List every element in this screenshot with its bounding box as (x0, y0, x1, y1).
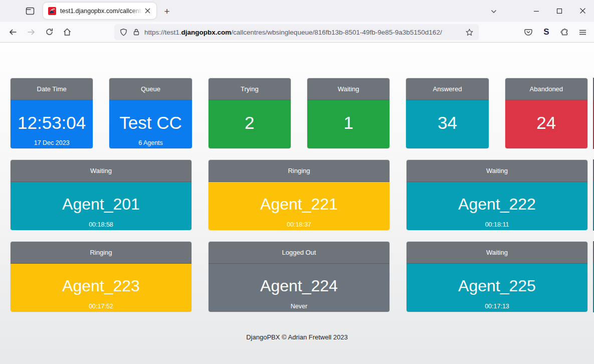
agent-timer: 00:18:37 (209, 221, 389, 228)
stat-value: 2 (245, 113, 254, 137)
maximize-icon[interactable] (548, 0, 571, 22)
new-tab-icon[interactable]: + (160, 5, 173, 18)
stat-card-abandoned: Abandoned 24 (505, 78, 588, 149)
wallboard-page: Date Time 12:53:04 17 Dec 2023 Queue Tes… (0, 43, 594, 364)
agent-status: Waiting (407, 242, 587, 264)
agent-name: Agent_223 (62, 277, 140, 299)
window-controls (525, 0, 594, 22)
agent-card-221: Ringing Agent_221 00:18:37 (208, 159, 390, 231)
stat-label: Trying (209, 78, 291, 100)
favicon-djangopbx (48, 7, 56, 15)
shield-icon[interactable] (119, 28, 128, 37)
stat-sub: 17 Dec 2023 (11, 139, 93, 146)
agent-name: Agent_221 (260, 195, 338, 218)
firefox-view-icon[interactable] (22, 4, 38, 19)
stat-sub: 6 Agents (109, 139, 191, 146)
tab-title: test1.djangopbx.com/callcentre (60, 8, 142, 15)
agent-timer: 00:17:13 (407, 303, 587, 310)
stat-value: 24 (536, 113, 556, 137)
minimize-icon[interactable] (525, 0, 548, 22)
list-all-tabs-chevron-icon[interactable] (487, 5, 500, 18)
footer-copyright: DjangoPBX © Adrian Fretwell 2023 (0, 333, 594, 341)
url-domain: djangopbx.com (181, 29, 232, 36)
bookmark-star-icon[interactable] (465, 28, 474, 37)
stat-card-queue: Queue Test CC 6 Agents (109, 78, 192, 149)
url-bar[interactable]: https://test1.djangopbx.com/callcentres/… (114, 24, 479, 40)
agent-card-223: Ringing Agent_223 00:17:52 (10, 241, 192, 312)
extensions-puzzle-icon[interactable] (557, 25, 572, 40)
lock-icon[interactable] (132, 28, 140, 36)
url-path: /callcentres/wbsinglequeue/816fb13b-8501… (231, 29, 442, 36)
agent-status: Ringing (11, 242, 191, 264)
agent-name: Agent_222 (458, 195, 536, 218)
agent-timer: 00:17:52 (11, 303, 191, 310)
agents-row-1: Waiting Agent_201 00:18:58 Ringing Agent… (0, 149, 594, 231)
forward-icon[interactable] (23, 25, 39, 40)
url-text: https://test1.djangopbx.com/callcentres/… (144, 29, 465, 36)
stat-value: 1 (343, 113, 353, 137)
agent-card-225: Waiting Agent_225 00:17:13 (406, 241, 588, 312)
stat-label: Waiting (307, 78, 389, 100)
tab-close-icon[interactable] (142, 6, 152, 16)
pocket-icon[interactable] (521, 25, 536, 40)
agent-card-222: Waiting Agent_222 00:18:11 (406, 159, 588, 231)
stat-label: Queue (109, 78, 191, 100)
agent-name: Agent_201 (62, 195, 140, 218)
stat-card-datetime: Date Time 12:53:04 17 Dec 2023 (10, 78, 93, 149)
stat-card-trying: Trying 2 (208, 78, 291, 149)
agent-name: Agent_224 (260, 277, 338, 299)
agent-card-224: Logged Out Agent_224 Never (208, 241, 390, 312)
extension-s-icon[interactable]: S (539, 25, 554, 40)
agent-status: Logged Out (209, 242, 389, 264)
agent-name: Agent_225 (458, 277, 536, 299)
tab-bar: test1.djangopbx.com/callcentre + (0, 0, 594, 22)
url-scheme: https://test1. (144, 29, 181, 36)
stat-value: Test CC (119, 113, 181, 137)
agent-timer: 00:18:58 (11, 221, 191, 228)
stat-value: 34 (438, 113, 457, 137)
agent-status: Ringing (209, 160, 389, 182)
navigation-toolbar: https://test1.djangopbx.com/callcentres/… (0, 22, 594, 43)
menu-hamburger-icon[interactable] (575, 25, 590, 40)
stat-card-answered: Answered 34 (406, 78, 489, 149)
agents-row-2: Ringing Agent_223 00:17:52 Logged Out Ag… (0, 231, 594, 312)
stat-card-waiting: Waiting 1 (307, 78, 390, 149)
close-icon[interactable] (571, 0, 594, 22)
back-icon[interactable] (5, 25, 21, 40)
agent-timer: 00:18:11 (407, 221, 587, 228)
agent-status: Waiting (11, 160, 191, 182)
home-icon[interactable] (59, 25, 75, 40)
agent-timer: Never (209, 303, 389, 310)
browser-tab[interactable]: test1.djangopbx.com/callcentre (43, 3, 156, 19)
stat-label: Abandoned (505, 78, 587, 100)
toolbar-right-icons: S (521, 22, 590, 43)
stat-value: 12:53:04 (18, 113, 86, 137)
stat-label: Date Time (11, 78, 93, 100)
queue-stats-row: Date Time 12:53:04 17 Dec 2023 Queue Tes… (0, 43, 594, 149)
reload-icon[interactable] (41, 25, 57, 40)
agent-card-201: Waiting Agent_201 00:18:58 (10, 159, 192, 231)
agent-status: Waiting (407, 160, 587, 182)
stat-label: Answered (406, 78, 488, 100)
